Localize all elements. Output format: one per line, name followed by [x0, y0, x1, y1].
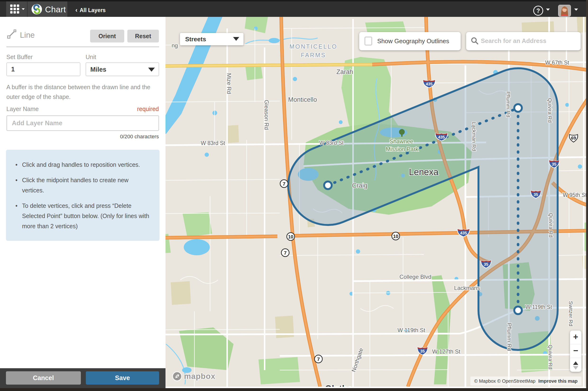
svg-text:Zarah: Zarah: [336, 68, 353, 76]
tip-item: Click and drag handles to reposition ver…: [14, 160, 151, 170]
svg-text:W 95th St: W 95th St: [563, 192, 586, 198]
address-search-input[interactable]: [481, 33, 576, 48]
zoom-out-button[interactable]: −: [570, 344, 581, 358]
attribution-text: © Mapbox © OpenStreetMap: [474, 379, 536, 384]
tip-item: Click the midpoint handles to create new…: [14, 175, 151, 196]
avatar-image: [559, 5, 571, 16]
interstate-shield-label: 35: [552, 162, 556, 167]
tips-callout: Click and drag handles to reposition ver…: [6, 150, 159, 241]
interstate-shield-label: 435: [460, 231, 467, 235]
help-button[interactable]: ?: [533, 6, 543, 16]
interstate-shield-label: 35: [484, 262, 488, 267]
map-container: 435 435 435 35 35 35 35 69 7 7 7 10 10: [165, 17, 586, 388]
svg-text:Mize Rd: Mize Rd: [226, 73, 232, 94]
svg-text:W 119th St: W 119th St: [525, 304, 552, 310]
svg-text:ng: ng: [172, 42, 178, 49]
map-zoom-control: + −: [570, 330, 581, 372]
unit-select-value: Miles: [90, 66, 106, 73]
question-mark-icon: ?: [536, 7, 540, 14]
window-edge: [0, 388, 588, 391]
chevron-down-icon: [233, 37, 239, 41]
interstate-shield-label: 435: [438, 135, 445, 139]
svg-text:Switzer Rd: Switzer Rd: [568, 301, 574, 326]
chevron-down-icon[interactable]: [574, 8, 578, 11]
show-geography-outlines-checkbox[interactable]: [365, 37, 372, 46]
app-title: Chart: [45, 5, 66, 14]
svg-text:W 83rd St: W 83rd St: [319, 140, 344, 146]
svg-text:Shawnee: Shawnee: [390, 138, 413, 144]
tilt-up-icon: [573, 361, 578, 365]
svg-text:W 127th St: W 127th St: [432, 348, 460, 355]
app-grid-menu-button[interactable]: [6, 1, 27, 17]
orient-button[interactable]: Orient: [90, 30, 124, 42]
map-tilt-button[interactable]: [570, 358, 581, 372]
mapbox-logo[interactable]: mapbox: [172, 371, 216, 381]
svg-text:FARMS: FARMS: [301, 52, 326, 58]
svg-text:W 67th St: W 67th St: [545, 60, 570, 66]
window-edge: [586, 0, 588, 391]
interstate-shield-label: 435: [426, 82, 433, 86]
unit-select[interactable]: Miles: [86, 62, 159, 76]
svg-text:Lenexa: Lenexa: [409, 167, 439, 177]
state-route-shield-label: 10: [288, 234, 293, 239]
basemap-style-select[interactable]: Streets: [180, 33, 243, 45]
panel-title-text: Line: [20, 31, 35, 39]
desktop: Chart ‹All Layers ? Line Orient: [0, 0, 588, 391]
panel-footer: Cancel Save: [0, 368, 165, 388]
svg-text:Lackman Rd: Lackman Rd: [471, 122, 477, 151]
character-counter: 0/200 characters: [120, 134, 159, 140]
app-logo[interactable]: Chart: [27, 1, 67, 17]
back-to-all-layers-link[interactable]: ‹All Layers: [75, 6, 106, 14]
state-route-shield-label: 10: [393, 234, 398, 239]
svg-text:Quivira Rd: Quivira Rd: [548, 213, 554, 237]
geography-outlines-label: Show Geography Outlines: [377, 37, 449, 45]
svg-text:Lackmans: Lackmans: [454, 285, 480, 291]
mapbox-wordmark: mapbox: [184, 372, 216, 381]
zoom-in-button[interactable]: +: [570, 330, 581, 344]
reset-button[interactable]: Reset: [127, 30, 159, 42]
buffer-distance-input[interactable]: [6, 62, 80, 76]
chevron-down-icon: [22, 8, 25, 10]
line-draw-icon: [7, 29, 17, 39]
app-window: Chart ‹All Layers ? Line Orient: [0, 0, 586, 388]
svg-text:Pflumm Rd: Pflumm Rd: [505, 92, 511, 117]
vertex-handle[interactable]: [514, 306, 522, 314]
user-avatar[interactable]: [558, 5, 571, 17]
back-chevron-icon: ‹: [75, 6, 77, 13]
divider: [6, 46, 159, 47]
geography-outlines-control: Show Geography Outlines: [359, 32, 461, 50]
svg-text:Olathe: Olathe: [325, 384, 352, 387]
save-button[interactable]: Save: [86, 371, 159, 385]
svg-text:W 83rd St: W 83rd St: [201, 140, 225, 146]
back-label: All Layers: [80, 7, 106, 13]
interstate-shield-label: 35: [534, 193, 538, 197]
svg-text:Monticello: Monticello: [288, 96, 317, 103]
vertex-handle[interactable]: [514, 104, 522, 112]
vertex-handle[interactable]: [324, 182, 332, 189]
svg-text:MONTICELLO: MONTICELLO: [290, 43, 338, 50]
set-buffer-label: Set Buffer: [6, 54, 33, 61]
buffer-help-text: A buffer is the distance between the dra…: [6, 82, 153, 102]
line-tool-panel: Line Orient Reset Set Buffer Unit Miles …: [0, 17, 165, 388]
map-attribution: © Mapbox © OpenStreetMapImprove this map: [470, 377, 581, 386]
chevron-down-icon[interactable]: [546, 8, 550, 11]
tilt-down-icon: [573, 366, 578, 370]
layer-name-input[interactable]: [6, 115, 159, 131]
svg-text:Pflumm Rd: Pflumm Rd: [506, 323, 513, 351]
svg-text:Gleason Rd: Gleason Rd: [263, 100, 270, 130]
interstate-shield-label: 35: [420, 349, 425, 354]
us-route-shield-label: 69: [571, 135, 576, 140]
required-badge: required: [137, 105, 159, 112]
grid-icon: [10, 4, 21, 14]
svg-text:Craig: Craig: [352, 182, 368, 189]
search-icon: [470, 37, 479, 46]
chevron-down-icon: [148, 68, 155, 72]
tip-item: To delete vertices, click and press “Del…: [14, 201, 151, 231]
state-route-shield-label: 7: [284, 250, 287, 256]
improve-map-link[interactable]: Improve this map: [538, 379, 578, 384]
svg-text:College Blvd: College Blvd: [399, 274, 432, 280]
state-route-shield-label: 7: [317, 356, 320, 362]
svg-text:W 119th St: W 119th St: [398, 327, 425, 333]
map-canvas[interactable]: 435 435 435 35 35 35 35 69 7 7 7 10 10: [165, 17, 586, 387]
cancel-button[interactable]: Cancel: [6, 371, 81, 385]
